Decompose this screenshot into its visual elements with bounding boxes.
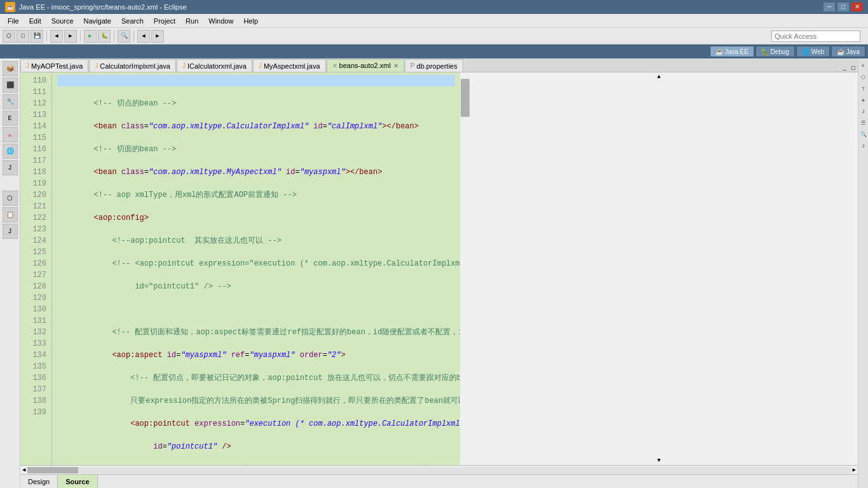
sidebar-icon-10[interactable]: J [3, 224, 18, 239]
toolbar-btn-nav-back[interactable]: ◀ [137, 30, 150, 43]
far-right-panel: ≡ ⬡ T ◈ J ☰ 🔍 J [858, 58, 868, 488]
tab-source[interactable]: Source [58, 475, 97, 489]
sidebar-icon-3[interactable]: 🔧 [3, 94, 18, 109]
h-scrollbar-track[interactable] [27, 467, 850, 473]
fr-icon-1[interactable]: ≡ [859, 61, 868, 70]
code-line-126: id="pointcut1" /> [57, 441, 455, 452]
fr-icon-2[interactable]: ⬡ [859, 72, 868, 81]
code-line-112: <bean class="com.aop.xmltype.CalculatorI… [57, 121, 455, 132]
fr-icon-7[interactable]: 🔍 [859, 130, 868, 139]
tab-close-beansauto2[interactable]: ✕ [393, 62, 398, 69]
tab-calculatorimplxml[interactable]: J CalculatorImplxml.java [89, 59, 176, 72]
fr-icon-6[interactable]: ☰ [859, 118, 868, 127]
toolbar-btn-debug[interactable]: 🐛 [98, 30, 111, 43]
tab-myaspectxml[interactable]: J MyAspectxml.java [253, 59, 326, 72]
scrollbar-thumb[interactable] [461, 79, 470, 117]
sidebar-icon-9[interactable]: 📋 [3, 207, 18, 222]
fr-icon-8[interactable]: J [859, 141, 868, 150]
tab-beansauto2[interactable]: ✕ beans-auto2.xml ✕ [327, 59, 404, 72]
toolbar-btn-1[interactable]: ⬡ [3, 30, 15, 43]
code-line-110 [57, 75, 455, 86]
tab-myaoptest[interactable]: J MyAOPTest.java [20, 59, 88, 72]
toolbar-btn-run[interactable]: ▶ [84, 30, 97, 43]
perspective-debug[interactable]: 🐛 Debug [756, 46, 795, 57]
sidebar-icon-1[interactable]: 📦 [3, 61, 18, 76]
toolbar-sep-4 [133, 30, 134, 42]
toolbar-sep-1 [46, 30, 47, 42]
toolbar-btn-2[interactable]: □ [17, 30, 29, 43]
menu-run[interactable]: Run [180, 16, 203, 26]
tab-minimize-btn[interactable]: _ [840, 65, 849, 72]
editor-tabs: J MyAOPTest.java J CalculatorImplxml.jav… [20, 58, 858, 72]
toolbar-btn-search[interactable]: 🔍 [118, 30, 130, 43]
fr-icon-5[interactable]: J [859, 107, 868, 116]
tab-icalculatorxml[interactable]: J ICalculatorxml.java [177, 59, 252, 72]
app-icon: ☕ [5, 2, 15, 12]
code-content[interactable]: <!-- 切点的bean --> <bean class="com.aop.xm… [52, 72, 460, 465]
perspective-javaee[interactable]: ☕ Java EE [710, 46, 754, 57]
menu-navigate[interactable]: Navigate [79, 16, 116, 26]
toolbar-btn-5[interactable]: ▶ [64, 30, 77, 43]
tab-icon-prop: P [410, 62, 415, 69]
maximize-button[interactable]: □ [837, 3, 849, 11]
scroll-right-btn[interactable]: ▶ [851, 466, 858, 473]
code-line-125: <aop:pointcut expression="execution (* c… [57, 418, 455, 430]
horizontal-scrollbar[interactable]: ◀ ▶ [20, 465, 858, 474]
toolbar: ⬡ □ 💾 ◀ ▶ ▶ 🐛 🔍 ◀ ▶ [0, 28, 868, 44]
vertical-scrollbar[interactable]: ▲ ▼ [460, 72, 858, 465]
scroll-down-btn[interactable]: ▼ [460, 456, 858, 465]
toolbar-btn-nav-fwd[interactable]: ▶ [151, 30, 164, 43]
tab-label-icalculatorxml: ICalculatorxml.java [187, 62, 247, 70]
perspective-java[interactable]: ☕ Java [831, 46, 865, 57]
quick-access-input[interactable] [771, 30, 860, 42]
tab-label-dbproperties: db.properties [417, 62, 458, 70]
code-line-120 [57, 304, 455, 315]
sidebar-icon-2[interactable]: ⬛ [3, 78, 18, 93]
code-line-118: <!-- <aop:pointcut expression="execution… [57, 258, 455, 269]
title-bar: ☕ Java EE - imooc_spring/src/beans-auto2… [0, 0, 868, 14]
close-button[interactable]: ✕ [851, 3, 863, 11]
menu-bar: File Edit Source Navigate Search Project… [0, 14, 868, 28]
code-editor[interactable]: 110 111 112 113 114 115 116 117 118 119 … [20, 72, 858, 465]
tab-dbproperties[interactable]: P db.properties [405, 59, 463, 72]
menu-edit[interactable]: Edit [24, 16, 46, 26]
tab-icon-aspect: J [259, 62, 262, 69]
sidebar-icon-6[interactable]: 🌐 [3, 144, 18, 159]
toolbar-btn-4[interactable]: ◀ [50, 30, 63, 43]
code-line-122: <aop:aspect id="myaspxml" ref="myaspxml"… [57, 349, 455, 361]
scroll-left-btn[interactable]: ◀ [20, 466, 27, 473]
tab-label-beansauto2: beans-auto2.xml [339, 62, 391, 69]
tab-icon-xml: ✕ [332, 62, 337, 69]
tab-maximize-btn[interactable]: □ [849, 65, 858, 72]
tab-label-myaspectxml: MyAspectxml.java [264, 62, 320, 70]
toolbar-btn-3[interactable]: 💾 [31, 30, 43, 43]
menu-search[interactable]: Search [116, 16, 149, 26]
toolbar-sep-3 [114, 30, 114, 42]
code-line-117: <!--aop:pointcut 其实放在这儿也可以 --> [57, 235, 455, 247]
tab-icon-java: J [26, 62, 29, 69]
menu-file[interactable]: File [3, 16, 24, 26]
tab-icon-icalc: J [182, 62, 186, 69]
tab-design[interactable]: Design [20, 475, 58, 489]
scroll-up-btn[interactable]: ▲ [460, 72, 858, 81]
code-line-121: <!-- 配置切面和通知，aop:aspect标签需要通过ref指定配置好的be… [57, 327, 455, 338]
h-scrollbar-thumb[interactable] [27, 467, 78, 473]
code-line-123: <!-- 配置切点，即要被记日记的对象，aop:pointcut 放在这儿也可以… [57, 372, 455, 384]
tab-icon-calc: J [95, 62, 98, 69]
sidebar-icon-7[interactable]: J [3, 160, 18, 175]
sidebar-icon-8[interactable]: ⬡ [3, 191, 18, 206]
tab-label-calculatorimplxml: CalculatorImplxml.java [100, 62, 170, 70]
menu-project[interactable]: Project [149, 16, 180, 26]
fr-icon-4[interactable]: ◈ [859, 95, 868, 104]
sidebar-icon-4[interactable]: E [3, 111, 18, 126]
perspective-web[interactable]: 🌐 Web [796, 46, 830, 57]
minimize-button[interactable]: ─ [824, 3, 835, 11]
menu-window[interactable]: Window [203, 16, 238, 26]
fr-icon-3[interactable]: T [859, 84, 868, 93]
line-numbers: 110 111 112 113 114 115 116 117 118 119 … [20, 72, 52, 465]
menu-help[interactable]: Help [238, 16, 263, 26]
sidebar-icon-5[interactable]: ☕ [3, 127, 18, 142]
menu-source[interactable]: Source [46, 16, 79, 26]
window-controls[interactable]: ─ □ ✕ [824, 3, 863, 11]
left-sidebar: 📦 ⬛ 🔧 E ☕ 🌐 J ⬡ 📋 J [0, 58, 20, 488]
